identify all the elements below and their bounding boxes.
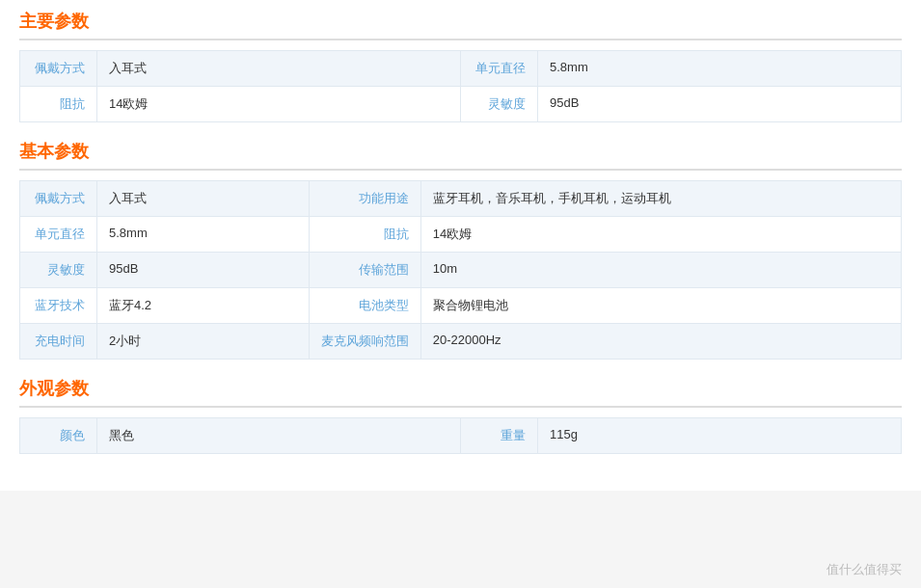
table-row: 灵敏度95dB传输范围10m bbox=[20, 253, 902, 288]
label-cell: 蓝牙技术 bbox=[20, 288, 97, 324]
label-cell: 单元直径 bbox=[20, 217, 97, 253]
label-cell: 功能用途 bbox=[309, 181, 420, 217]
value-cell: 2小时 bbox=[97, 324, 310, 360]
label-cell: 传输范围 bbox=[309, 253, 420, 288]
value-cell: 95dB bbox=[538, 87, 902, 122]
value-cell: 黑色 bbox=[97, 418, 461, 454]
table-row: 单元直径5.8mm阻抗14欧姆 bbox=[20, 217, 902, 253]
value-cell: 5.8mm bbox=[97, 217, 310, 253]
value-cell: 14欧姆 bbox=[97, 87, 461, 122]
table-row: 蓝牙技术蓝牙4.2电池类型聚合物锂电池 bbox=[20, 288, 902, 324]
section-title-appearance-params: 外观参数 bbox=[19, 377, 902, 408]
section-appearance-params: 外观参数颜色黑色重量115g bbox=[19, 377, 902, 454]
label-cell: 电池类型 bbox=[309, 288, 420, 324]
label-cell: 灵敏度 bbox=[461, 87, 538, 122]
label-cell: 麦克风频响范围 bbox=[309, 324, 420, 360]
value-cell: 聚合物锂电池 bbox=[420, 288, 901, 324]
value-cell: 入耳式 bbox=[97, 181, 310, 217]
table-row: 颜色黑色重量115g bbox=[20, 418, 902, 454]
table-row: 阻抗14欧姆灵敏度95dB bbox=[20, 87, 902, 122]
params-table-basic-params: 佩戴方式入耳式功能用途蓝牙耳机，音乐耳机，手机耳机，运动耳机单元直径5.8mm阻… bbox=[19, 180, 902, 360]
value-cell: 95dB bbox=[97, 253, 310, 288]
value-cell: 蓝牙耳机，音乐耳机，手机耳机，运动耳机 bbox=[420, 181, 901, 217]
label-cell: 阻抗 bbox=[309, 217, 420, 253]
table-row: 充电时间2小时麦克风频响范围20-22000Hz bbox=[20, 324, 902, 360]
value-cell: 14欧姆 bbox=[420, 217, 901, 253]
value-cell: 20-22000Hz bbox=[420, 324, 901, 360]
section-title-main-params: 主要参数 bbox=[19, 10, 902, 40]
label-cell: 佩戴方式 bbox=[20, 181, 97, 217]
value-cell: 蓝牙4.2 bbox=[97, 288, 310, 324]
label-cell: 重量 bbox=[461, 418, 538, 454]
params-table-appearance-params: 颜色黑色重量115g bbox=[19, 417, 902, 454]
section-main-params: 主要参数佩戴方式入耳式单元直径5.8mm阻抗14欧姆灵敏度95dB bbox=[19, 10, 902, 122]
page-wrapper: 主要参数佩戴方式入耳式单元直径5.8mm阻抗14欧姆灵敏度95dB基本参数佩戴方… bbox=[0, 0, 921, 491]
label-cell: 颜色 bbox=[20, 418, 97, 454]
label-cell: 佩戴方式 bbox=[20, 51, 97, 87]
label-cell: 单元直径 bbox=[461, 51, 538, 87]
value-cell: 5.8mm bbox=[538, 51, 902, 87]
value-cell: 入耳式 bbox=[97, 51, 461, 87]
label-cell: 阻抗 bbox=[20, 87, 97, 122]
section-title-basic-params: 基本参数 bbox=[19, 140, 902, 171]
table-row: 佩戴方式入耳式功能用途蓝牙耳机，音乐耳机，手机耳机，运动耳机 bbox=[20, 181, 902, 217]
section-basic-params: 基本参数佩戴方式入耳式功能用途蓝牙耳机，音乐耳机，手机耳机，运动耳机单元直径5.… bbox=[19, 140, 902, 360]
params-table-main-params: 佩戴方式入耳式单元直径5.8mm阻抗14欧姆灵敏度95dB bbox=[19, 50, 902, 122]
label-cell: 充电时间 bbox=[20, 324, 97, 360]
value-cell: 10m bbox=[420, 253, 901, 288]
table-row: 佩戴方式入耳式单元直径5.8mm bbox=[20, 51, 902, 87]
label-cell: 灵敏度 bbox=[20, 253, 97, 288]
value-cell: 115g bbox=[538, 418, 902, 454]
